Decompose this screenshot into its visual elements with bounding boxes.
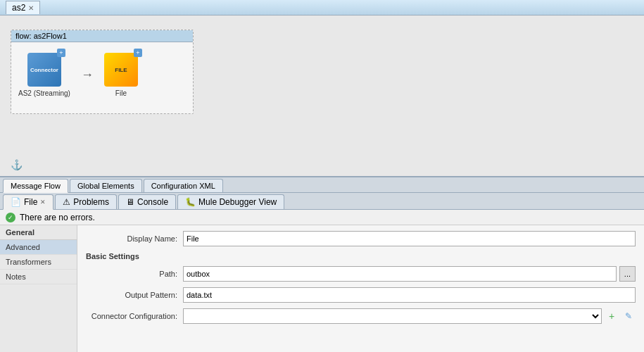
problems-tab-icon: ⚠ xyxy=(63,197,70,207)
file-node-label: File xyxy=(115,89,127,97)
display-name-label: Display Name: xyxy=(86,234,177,243)
add-connector-btn[interactable]: + xyxy=(57,49,65,57)
debugger-tab-icon: 🐛 xyxy=(185,197,196,207)
file-tab-close[interactable]: ✕ xyxy=(40,199,46,206)
bottom-panel: General Advanced Transformers Notes Disp… xyxy=(0,225,644,352)
path-browse-btn[interactable]: ... xyxy=(619,266,636,282)
path-label: Path: xyxy=(86,270,177,278)
close-icon[interactable]: ✕ xyxy=(28,4,34,12)
flow-label: flow: as2Flow1 xyxy=(11,30,193,42)
tab-global-elements[interactable]: Global Elements xyxy=(70,179,142,192)
connector-config-row: Connector Configuration: + ✎ xyxy=(86,308,636,324)
sidebar-item-advanced[interactable]: Advanced xyxy=(0,240,77,255)
path-input[interactable] xyxy=(183,266,617,282)
status-bar: ✓ There are no errors. xyxy=(0,210,644,225)
display-name-input[interactable] xyxy=(183,231,636,246)
connector-icon: Connector xyxy=(27,53,61,87)
file-node[interactable]: FILE + File xyxy=(104,53,138,97)
tab-label: as2 xyxy=(12,3,25,13)
status-message: There are no errors. xyxy=(20,213,95,222)
editor-tab[interactable]: as2 ✕ xyxy=(6,1,40,14)
sidebar-item-transformers[interactable]: Transformers xyxy=(0,255,77,270)
output-pattern-row: Output Pattern: xyxy=(86,287,636,303)
output-pattern-input[interactable] xyxy=(183,287,636,303)
file-icon: FILE xyxy=(104,53,138,87)
flow-container: flow: as2Flow1 Connector + AS2 (Streamin… xyxy=(11,30,194,114)
sidebar-item-notes[interactable]: Notes xyxy=(0,270,77,284)
tabs-row2: 📄 File ✕ ⚠ Problems 🖥 Console 🐛 Mule Deb… xyxy=(0,193,644,210)
console-tab-label: Console xyxy=(137,197,168,207)
connector-config-label: Connector Configuration: xyxy=(86,312,177,320)
tab-message-flow[interactable]: Message Flow xyxy=(3,179,68,193)
connector-config-group: + ✎ xyxy=(183,308,636,324)
sidebar: General Advanced Transformers Notes xyxy=(0,225,77,352)
add-file-btn[interactable]: + xyxy=(134,49,142,57)
form-area: Display Name: Basic Settings Path: ... O… xyxy=(77,225,644,352)
problems-tab-label: Problems xyxy=(73,197,109,207)
tabs-row1: Message Flow Global Elements Configurati… xyxy=(0,177,644,193)
sidebar-section-general: General xyxy=(0,225,77,240)
tab-file[interactable]: 📄 File ✕ xyxy=(3,194,53,210)
tab-console[interactable]: 🖥 Console xyxy=(118,194,176,209)
display-name-row: Display Name: xyxy=(86,231,636,246)
tab-mule-debugger[interactable]: 🐛 Mule Debugger View xyxy=(177,194,284,209)
status-ok-icon: ✓ xyxy=(6,213,15,222)
connector-config-add-btn[interactable]: + xyxy=(605,309,619,323)
output-pattern-label: Output Pattern: xyxy=(86,291,177,299)
console-tab-icon: 🖥 xyxy=(126,197,134,207)
path-row: Path: ... xyxy=(86,266,636,282)
file-tab-icon: 📄 xyxy=(11,197,21,207)
as2-node-label: AS2 (Streaming) xyxy=(18,89,70,97)
anchor-icon: ⚓ xyxy=(11,159,23,170)
canvas-area: flow: as2Flow1 Connector + AS2 (Streamin… xyxy=(0,15,644,177)
basic-settings-title: Basic Settings xyxy=(86,252,636,260)
debugger-tab-label: Mule Debugger View xyxy=(198,197,277,207)
flow-arrow: → xyxy=(81,68,94,82)
connector-config-edit-btn[interactable]: ✎ xyxy=(621,309,636,323)
tab-problems[interactable]: ⚠ Problems xyxy=(55,194,117,209)
path-input-group: ... xyxy=(183,266,636,282)
file-tab-label: File xyxy=(24,197,37,207)
tab-configuration-xml[interactable]: Configuration XML xyxy=(144,179,223,192)
connector-config-select[interactable] xyxy=(183,308,602,324)
flow-content: Connector + AS2 (Streaming) → FILE + Fil… xyxy=(11,42,193,108)
title-bar: as2 ✕ xyxy=(0,0,644,15)
as2-node[interactable]: Connector + AS2 (Streaming) xyxy=(18,53,70,97)
